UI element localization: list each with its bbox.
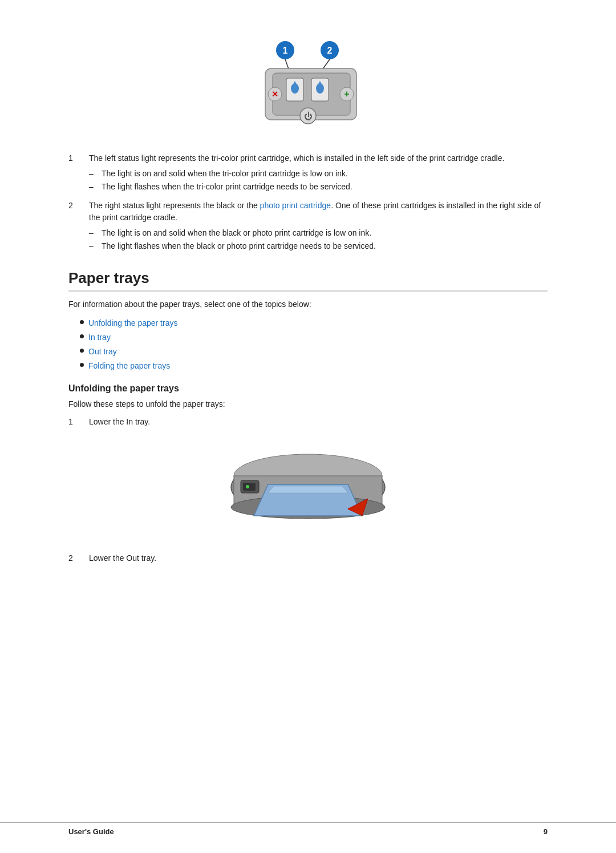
- bullet-dot-1: [80, 320, 84, 324]
- svg-text:2: 2: [327, 46, 333, 55]
- item-number-2: 2: [68, 200, 79, 253]
- footer-guide-label: User's Guide: [68, 827, 114, 836]
- sub-list-1: The light is on and solid when the tri-c…: [89, 168, 504, 193]
- bullet-item-in-tray: In tray: [80, 332, 548, 343]
- sub-item-1-1: The light is on and solid when the tri-c…: [89, 168, 504, 180]
- svg-text:+: +: [344, 89, 349, 99]
- bullet-dot-3: [80, 349, 84, 353]
- sub-item-2-2: The light flashes when the black or phot…: [89, 240, 548, 252]
- list-item-1: 1 The left status light represents the t…: [68, 152, 548, 194]
- page-footer: User's Guide 9: [0, 822, 616, 836]
- svg-point-28: [246, 485, 249, 488]
- bullet-item-unfolding: Unfolding the paper trays: [80, 317, 548, 329]
- status-light-list: 1 The left status light represents the t…: [68, 152, 548, 253]
- step-list-2: 2 Lower the Out tray.: [68, 552, 548, 564]
- bullet-dot-2: [80, 334, 84, 338]
- out-tray-link[interactable]: Out tray: [88, 346, 117, 358]
- list-item-2: 2 The right status light represents the …: [68, 200, 548, 253]
- bullet-item-out-tray: Out tray: [80, 346, 548, 358]
- step-number-1: 1: [68, 416, 79, 428]
- footer-page-number: 9: [544, 827, 548, 836]
- folding-link[interactable]: Folding the paper trays: [88, 360, 170, 372]
- step-1: 1 Lower the In tray.: [68, 416, 548, 428]
- in-tray-link[interactable]: In tray: [88, 332, 111, 343]
- item-content-2: The right status light represents the bl…: [89, 200, 548, 253]
- section-intro-text: For information about the paper trays, s…: [68, 298, 548, 310]
- photo-print-cartridge-link[interactable]: photo print cartridge: [260, 201, 331, 210]
- bullet-dot-4: [80, 363, 84, 367]
- svg-text:⏻: ⏻: [304, 111, 313, 121]
- page-content: 1 2 ✕ +: [0, 0, 616, 610]
- printer-side-diagram: [68, 442, 548, 539]
- sub-item-1-2: The light flashes when the tri-color pri…: [89, 181, 504, 193]
- svg-text:✕: ✕: [271, 90, 278, 99]
- item-text-2-before: The right status light represents the bl…: [89, 201, 260, 210]
- printer-top-diagram: 1 2 ✕ +: [68, 34, 548, 134]
- svg-text:1: 1: [283, 46, 288, 55]
- step-intro-text: Follow these steps to unfold the paper t…: [68, 398, 548, 410]
- item-text-1: The left status light represents the tri…: [89, 153, 504, 163]
- paper-trays-link-list: Unfolding the paper trays In tray Out tr…: [80, 317, 548, 372]
- step-number-2: 2: [68, 552, 79, 564]
- item-number-1: 1: [68, 152, 79, 194]
- bullet-item-folding: Folding the paper trays: [80, 360, 548, 372]
- step-2-text: Lower the Out tray.: [89, 552, 156, 564]
- unfolding-subheading: Unfolding the paper trays: [68, 383, 548, 394]
- step-2: 2 Lower the Out tray.: [68, 552, 548, 564]
- step-list: 1 Lower the In tray.: [68, 416, 548, 428]
- sub-list-2: The light is on and solid when the black…: [89, 227, 548, 252]
- unfolding-link[interactable]: Unfolding the paper trays: [88, 317, 177, 329]
- sub-item-2-1: The light is on and solid when the black…: [89, 227, 548, 239]
- step-1-text: Lower the In tray.: [89, 416, 150, 428]
- printer-side-svg: [217, 442, 399, 539]
- paper-trays-heading: Paper trays: [68, 269, 548, 292]
- svg-marker-25: [268, 486, 348, 493]
- printer-top-svg: 1 2 ✕ +: [234, 34, 382, 134]
- item-content-1: The left status light represents the tri…: [89, 152, 504, 194]
